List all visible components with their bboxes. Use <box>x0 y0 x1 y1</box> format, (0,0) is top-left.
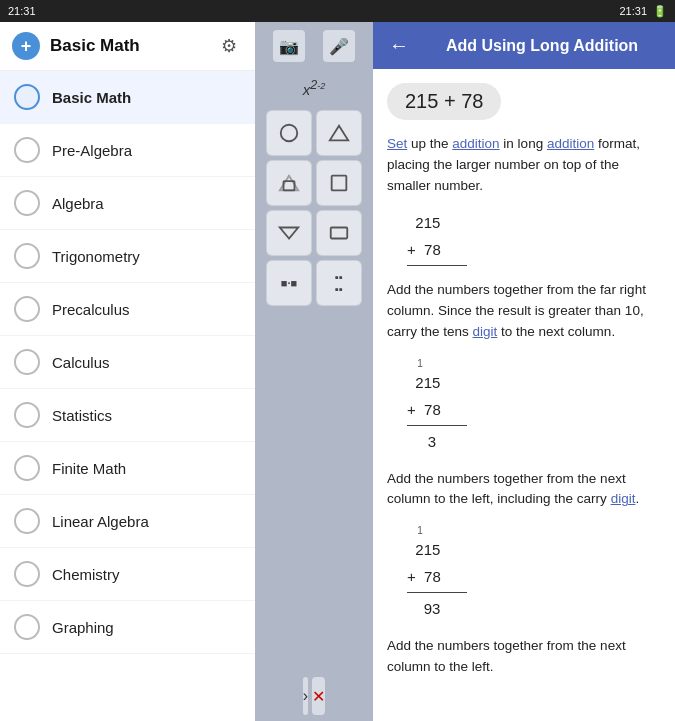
right-body: 215 + 78 Set up the addition in long add… <box>373 69 675 721</box>
step1-text: Set up the addition in long addition for… <box>387 134 661 197</box>
math-line-5: 215 <box>407 536 661 563</box>
page-title: Basic Math <box>50 36 140 56</box>
nav-label-7: Finite Math <box>52 460 126 477</box>
middle-panel: 📷 🎤 x2-2 <box>255 0 373 721</box>
key-triangle2[interactable] <box>266 160 312 206</box>
nav-label-10: Graphing <box>52 619 114 636</box>
nav-label-5: Calculus <box>52 354 110 371</box>
problem-badge: 215 + 78 <box>387 83 501 120</box>
svg-point-0 <box>281 125 298 142</box>
add-button[interactable]: + <box>12 32 40 60</box>
nav-label-2: Algebra <box>52 195 104 212</box>
svg-rect-6 <box>331 228 348 239</box>
left-header-title: + Basic Math <box>12 32 140 60</box>
step2-text: Add the numbers together from the far ri… <box>387 280 661 343</box>
key-matrix[interactable]: ■·■ <box>266 260 312 306</box>
step1-add-link[interactable]: addition <box>452 136 499 151</box>
nav-icon-6 <box>14 402 40 428</box>
svg-marker-1 <box>330 126 348 141</box>
nav-item-statistics[interactable]: Statistics <box>0 389 255 442</box>
nav-icon-7 <box>14 455 40 481</box>
nav-icon-10 <box>14 614 40 640</box>
math-block-3: 1 215 + 78 93 <box>407 522 661 622</box>
status-bar-left: 21:31 <box>0 0 255 22</box>
math-result-2: 93 <box>407 595 661 622</box>
left-header: + Basic Math ⚙ <box>0 22 255 71</box>
nav-label-6: Statistics <box>52 407 112 424</box>
nav-icon-5 <box>14 349 40 375</box>
nav-item-finite-math[interactable]: Finite Math <box>0 442 255 495</box>
nav-icon-8 <box>14 508 40 534</box>
nav-item-algebra[interactable]: Algebra <box>0 177 255 230</box>
next-button[interactable]: › <box>303 677 308 715</box>
math-divider-3 <box>407 592 467 593</box>
math-divider-1 <box>407 265 467 266</box>
math-block-2: 1 215 + 78 3 <box>407 355 661 455</box>
nav-icon-4 <box>14 296 40 322</box>
status-bar-mid <box>255 0 373 22</box>
math-line-4: + 78 <box>407 396 661 423</box>
status-bar-right: 21:31 🔋 <box>373 0 675 22</box>
right-panel: 21:31 🔋 ← Add Using Long Addition 215 + … <box>373 0 675 721</box>
key-triangle[interactable] <box>316 110 362 156</box>
math-result-1: 3 <box>407 428 661 455</box>
nav-icon-0 <box>14 84 40 110</box>
step3-text: Add the numbers together from the next c… <box>387 469 661 511</box>
nav-item-graphing[interactable]: Graphing <box>0 601 255 654</box>
mic-button[interactable]: 🎤 <box>323 30 355 62</box>
time-left: 21:31 <box>8 5 36 17</box>
time-right: 21:31 <box>619 5 647 17</box>
gear-icon[interactable]: ⚙ <box>215 32 243 60</box>
nav-icon-2 <box>14 190 40 216</box>
nav-icon-9 <box>14 561 40 587</box>
step2-digit-link[interactable]: digit <box>473 324 498 339</box>
math-block-1: 215 + 78 <box>407 209 661 266</box>
nav-list: Basic MathPre-AlgebraAlgebraTrigonometry… <box>0 71 255 721</box>
expression-display: x2-2 <box>303 78 325 98</box>
math-line-2: + 78 <box>407 236 661 263</box>
nav-icon-1 <box>14 137 40 163</box>
nav-item-pre-algebra[interactable]: Pre-Algebra <box>0 124 255 177</box>
math-divider-2 <box>407 425 467 426</box>
step1-set-link[interactable]: Set <box>387 136 407 151</box>
nav-label-3: Trigonometry <box>52 248 140 265</box>
keypad-grid: ■·■ ▪▪▪▪ <box>266 110 362 306</box>
svg-rect-4 <box>332 176 347 191</box>
step4-text: Add the numbers together from the next c… <box>387 636 661 678</box>
math-line-1: 215 <box>407 209 661 236</box>
key-matrix2[interactable]: ▪▪▪▪ <box>316 260 362 306</box>
nav-item-linear-algebra[interactable]: Linear Algebra <box>0 495 255 548</box>
nav-item-basic-math[interactable]: Basic Math <box>0 71 255 124</box>
mid-bottom-row: › ✕ <box>299 671 329 721</box>
key-square[interactable] <box>316 160 362 206</box>
key-tri3[interactable] <box>266 210 312 256</box>
key-circle[interactable] <box>266 110 312 156</box>
step1-add2-link[interactable]: addition <box>547 136 594 151</box>
close-button[interactable]: ✕ <box>312 677 325 715</box>
step3-digit-link[interactable]: digit <box>611 491 636 506</box>
nav-label-9: Chemistry <box>52 566 120 583</box>
left-panel: 21:31 + Basic Math ⚙ Basic MathPre-Algeb… <box>0 0 255 721</box>
nav-item-precalculus[interactable]: Precalculus <box>0 283 255 336</box>
nav-label-4: Precalculus <box>52 301 130 318</box>
nav-item-calculus[interactable]: Calculus <box>0 336 255 389</box>
math-line-6: + 78 <box>407 563 661 590</box>
right-header: ← Add Using Long Addition <box>373 22 675 69</box>
right-title: Add Using Long Addition <box>421 37 663 55</box>
nav-label-8: Linear Algebra <box>52 513 149 530</box>
nav-icon-3 <box>14 243 40 269</box>
nav-label-1: Pre-Algebra <box>52 142 132 159</box>
svg-marker-5 <box>280 228 298 239</box>
mid-icons-row: 📷 🎤 <box>273 30 355 62</box>
camera-button[interactable]: 📷 <box>273 30 305 62</box>
nav-item-chemistry[interactable]: Chemistry <box>0 548 255 601</box>
middle-content: 📷 🎤 x2-2 <box>255 22 373 721</box>
key-rect[interactable] <box>316 210 362 256</box>
math-line-3: 215 <box>407 369 661 396</box>
back-button[interactable]: ← <box>385 32 413 59</box>
nav-label-0: Basic Math <box>52 89 131 106</box>
nav-item-trigonometry[interactable]: Trigonometry <box>0 230 255 283</box>
